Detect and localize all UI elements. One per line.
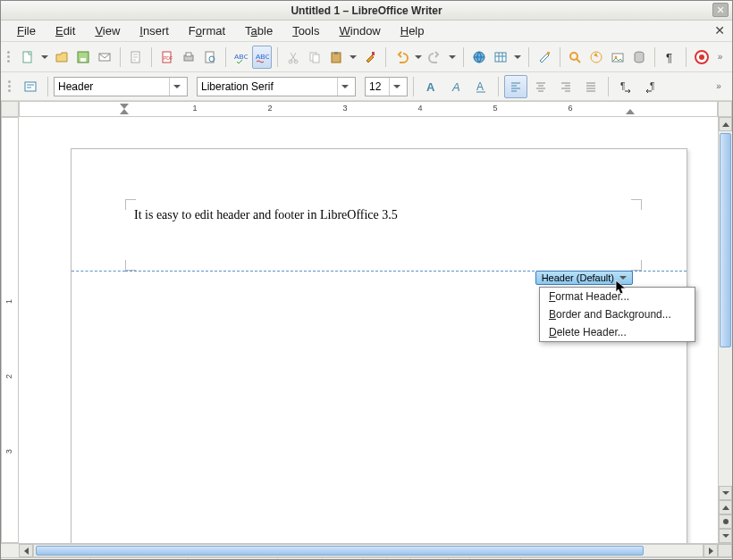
ltr-button[interactable]: ¶	[614, 75, 637, 98]
align-center-button[interactable]	[529, 75, 552, 98]
paste-button[interactable]	[326, 46, 346, 69]
save-button[interactable]	[73, 46, 93, 69]
italic-button[interactable]: A	[444, 75, 468, 98]
scroll-thumb[interactable]	[36, 546, 644, 556]
titlebar: Untitled 1 – LibreOffice Writer ✕	[1, 1, 732, 21]
copy-button[interactable]	[305, 46, 324, 69]
toolbar-overflow-button[interactable]: »	[713, 52, 727, 62]
hyperlink-button[interactable]	[469, 46, 489, 69]
menu-view[interactable]: View	[86, 21, 129, 40]
svg-text:ABC: ABC	[256, 53, 269, 61]
redo-button[interactable]	[425, 46, 445, 69]
align-left-button[interactable]	[504, 75, 527, 98]
paragraph-style-combo[interactable]: Header	[54, 77, 188, 96]
open-button[interactable]	[52, 46, 72, 69]
nonprinting-chars-button[interactable]: ¶	[661, 46, 680, 69]
header-tag-button[interactable]: Header (Default)	[535, 271, 633, 285]
table-button[interactable]	[491, 46, 510, 69]
scroll-up-button[interactable]	[719, 117, 732, 131]
popup-border-background[interactable]: Border and Background...	[540, 305, 695, 323]
export-pdf-button[interactable]: PDF	[157, 46, 177, 69]
toolbar-grip-icon[interactable]	[6, 76, 12, 97]
horizontal-ruler[interactable]: 1 2 3 4 5 6	[19, 101, 718, 117]
print-preview-button[interactable]	[200, 46, 220, 69]
undo-button[interactable]	[392, 46, 411, 69]
font-size-combo[interactable]: 12	[365, 77, 408, 96]
svg-rect-0	[23, 52, 31, 63]
menu-help[interactable]: Help	[392, 21, 434, 40]
scroll-thumb[interactable]	[720, 133, 731, 347]
underline-button[interactable]: A	[469, 75, 493, 98]
print-button[interactable]	[179, 46, 198, 69]
rtl-button[interactable]: ¶	[639, 75, 662, 98]
popup-format-header[interactable]: Format Header...	[540, 288, 695, 305]
align-right-button[interactable]	[554, 75, 577, 98]
popup-delete-header[interactable]: Delete Header...	[540, 323, 695, 341]
indent-marker-first-icon[interactable]	[120, 104, 129, 116]
window-close-button[interactable]: ✕	[712, 3, 729, 17]
scroll-track[interactable]	[33, 544, 704, 557]
paragraph-style-value: Header	[58, 80, 93, 93]
toolbar-grip-icon[interactable]	[6, 46, 11, 68]
chevron-down-icon[interactable]	[169, 78, 183, 96]
cut-button[interactable]	[283, 46, 303, 69]
edit-file-button[interactable]	[126, 46, 146, 69]
redo-dropdown[interactable]	[447, 46, 458, 69]
margin-corner-icon	[125, 260, 136, 271]
font-name-combo[interactable]: Liberation Serif	[197, 77, 356, 96]
scroll-down-button[interactable]	[719, 486, 732, 500]
svg-rect-18	[334, 52, 338, 54]
scroll-right-button[interactable]	[704, 544, 718, 557]
bold-button[interactable]: A	[419, 75, 442, 98]
navigator-button[interactable]	[586, 46, 606, 69]
styles-formatting-button[interactable]	[19, 75, 42, 98]
menu-format[interactable]: Format	[180, 21, 234, 40]
ruler-area: 1 2 3 4 5 6	[1, 101, 732, 117]
header-text[interactable]: It is easy to edit header and footer in …	[134, 208, 398, 222]
table-dropdown[interactable]	[512, 46, 523, 69]
vertical-ruler[interactable]: 1 2 3	[1, 117, 19, 543]
menu-edit[interactable]: Edit	[46, 21, 84, 40]
indent-marker-right-icon[interactable]	[626, 104, 635, 116]
spellcheck-button[interactable]: ABC	[231, 46, 250, 69]
menu-insert[interactable]: Insert	[131, 21, 178, 40]
format-paintbrush-button[interactable]	[360, 46, 380, 69]
scroll-track[interactable]	[719, 131, 732, 486]
scroll-corner	[718, 544, 732, 557]
window-title: Untitled 1 – LibreOffice Writer	[291, 4, 442, 17]
gallery-button[interactable]	[608, 46, 628, 69]
toolbar-overflow-button[interactable]: »	[711, 81, 727, 91]
document-close-button[interactable]: ✕	[714, 23, 725, 38]
email-button[interactable]	[95, 46, 114, 69]
menu-file[interactable]: File	[8, 21, 45, 40]
document-canvas[interactable]: It is easy to edit header and footer in …	[19, 117, 718, 543]
menu-window[interactable]: Window	[331, 21, 390, 40]
help-button[interactable]	[692, 46, 712, 69]
svg-text:¶: ¶	[650, 81, 654, 91]
menu-tools[interactable]: Tools	[283, 21, 328, 40]
show-draw-functions-button[interactable]	[535, 46, 554, 69]
align-justify-button[interactable]	[579, 75, 602, 98]
chevron-down-icon[interactable]	[337, 78, 351, 96]
new-button[interactable]	[18, 46, 38, 69]
chevron-down-icon[interactable]	[389, 78, 403, 96]
menu-table[interactable]: Table	[236, 21, 282, 40]
autospellcheck-button[interactable]: ABC	[252, 46, 272, 69]
svg-text:¶: ¶	[620, 81, 625, 91]
prev-page-button[interactable]	[719, 500, 732, 514]
new-dropdown[interactable]	[39, 46, 50, 69]
navigation-button[interactable]	[719, 514, 732, 529]
data-sources-button[interactable]	[629, 46, 649, 69]
find-replace-button[interactable]	[565, 46, 585, 69]
next-page-button[interactable]	[719, 529, 732, 543]
undo-dropdown[interactable]	[413, 46, 424, 69]
svg-rect-19	[372, 52, 375, 55]
chevron-down-icon[interactable]	[618, 272, 628, 283]
paste-dropdown[interactable]	[348, 46, 358, 69]
ruler-number: 3	[342, 104, 347, 113]
horizontal-scrollbar-row	[1, 543, 732, 557]
vertical-scrollbar[interactable]	[718, 117, 732, 543]
scroll-left-button[interactable]	[19, 544, 33, 557]
page: It is easy to edit header and footer in …	[71, 148, 687, 543]
margin-corner-icon	[631, 260, 642, 271]
